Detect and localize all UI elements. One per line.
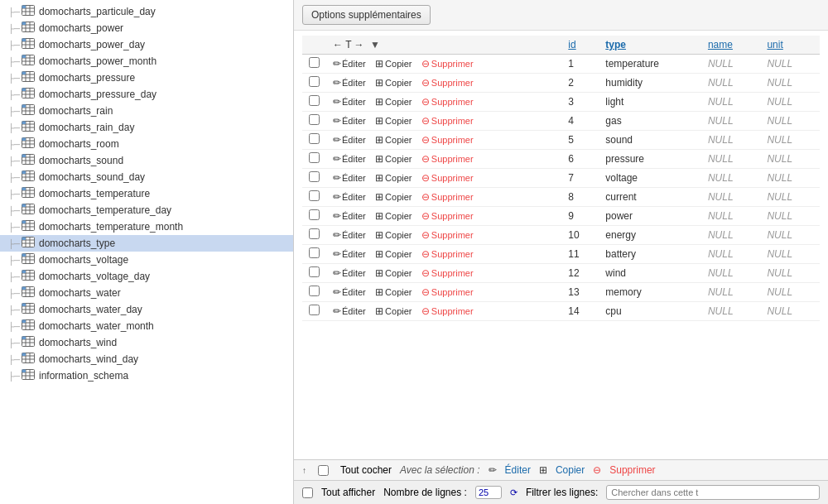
sidebar-item-6[interactable]: ├─ domocharts_rain	[0, 103, 293, 119]
delete-link[interactable]: Supprimer	[431, 173, 474, 183]
row-checkbox[interactable]	[309, 228, 320, 239]
copy-link[interactable]: Copier	[385, 192, 412, 202]
filter-input[interactable]	[606, 485, 820, 500]
sidebar-item-5[interactable]: ├─ domocharts_pressure_day	[0, 86, 293, 103]
sidebar-item-10[interactable]: ├─ domocharts_sound_day	[0, 169, 293, 185]
sidebar-item-0[interactable]: ├─ domocharts_particule_day	[0, 3, 293, 20]
rows-spin-icon[interactable]: ⟳	[510, 487, 518, 498]
sidebar-item-1[interactable]: ├─ domocharts_power	[0, 20, 293, 36]
th-col-controls[interactable]: ← T → ▼	[326, 36, 561, 55]
table-icon	[22, 204, 35, 217]
th-id[interactable]: id	[561, 36, 599, 55]
sidebar-item-17[interactable]: ├─ domocharts_water	[0, 285, 293, 301]
action-delete-link[interactable]: Supprimer	[609, 464, 655, 476]
th-type[interactable]: type	[599, 36, 701, 55]
tout-cocher-label[interactable]: Tout cocher	[340, 464, 392, 476]
sidebar-item-12[interactable]: ├─ domocharts_temperature_day	[0, 202, 293, 218]
edit-link[interactable]: Éditer	[342, 192, 366, 202]
delete-link[interactable]: Supprimer	[431, 249, 474, 259]
sidebar-item-22[interactable]: ├─ information_schema	[0, 367, 293, 384]
edit-link[interactable]: Éditer	[342, 97, 366, 107]
edit-link[interactable]: Éditer	[342, 287, 366, 297]
copy-link[interactable]: Copier	[385, 211, 412, 221]
edit-link[interactable]: Éditer	[342, 249, 366, 259]
tout-afficher-label[interactable]: Tout afficher	[321, 487, 375, 498]
row-checkbox[interactable]	[309, 209, 320, 220]
row-checkbox[interactable]	[309, 305, 320, 315]
th-unit[interactable]: unit	[760, 36, 820, 55]
sidebar-item-7[interactable]: ├─ domocharts_rain_day	[0, 119, 293, 136]
row-checkbox[interactable]	[309, 152, 320, 163]
edit-link[interactable]: Éditer	[342, 173, 366, 183]
copy-link[interactable]: Copier	[385, 173, 412, 183]
edit-link[interactable]: Éditer	[342, 306, 366, 316]
nb-lignes-input[interactable]	[475, 486, 502, 499]
delete-link[interactable]: Supprimer	[431, 192, 474, 202]
row-checkbox[interactable]	[309, 247, 320, 258]
copy-link[interactable]: Copier	[385, 116, 412, 126]
sidebar-item-19[interactable]: ├─ domocharts_water_month	[0, 318, 293, 334]
sidebar-item-20[interactable]: ├─ domocharts_wind	[0, 334, 293, 351]
copy-link[interactable]: Copier	[385, 97, 412, 107]
sort-up-icon[interactable]: ↑	[302, 466, 306, 475]
copy-link[interactable]: Copier	[385, 78, 412, 88]
sidebar-item-4[interactable]: ├─ domocharts_pressure	[0, 70, 293, 86]
sidebar-item-15[interactable]: ├─ domocharts_voltage	[0, 252, 293, 268]
edit-link[interactable]: Éditer	[342, 154, 366, 164]
sidebar-item-16[interactable]: ├─ domocharts_voltage_day	[0, 268, 293, 285]
copy-link[interactable]: Copier	[385, 230, 412, 240]
copy-link[interactable]: Copier	[385, 249, 412, 259]
options-button[interactable]: Options supplémentaires	[302, 5, 431, 25]
row-checkbox[interactable]	[309, 266, 320, 277]
edit-link[interactable]: Éditer	[342, 135, 366, 145]
edit-link[interactable]: Éditer	[342, 230, 366, 240]
row-checkbox[interactable]	[309, 95, 320, 106]
edit-link[interactable]: Éditer	[342, 211, 366, 221]
copy-link[interactable]: Copier	[385, 135, 412, 145]
row-checkbox[interactable]	[309, 114, 320, 125]
row-checkbox[interactable]	[309, 133, 320, 144]
delete-link[interactable]: Supprimer	[431, 116, 474, 126]
row-checkbox[interactable]	[309, 190, 320, 201]
row-checkbox[interactable]	[309, 171, 320, 182]
sidebar-item-21[interactable]: ├─ domocharts_wind_day	[0, 351, 293, 367]
sidebar-item-18[interactable]: ├─ domocharts_water_day	[0, 301, 293, 318]
action-copy-link[interactable]: Copier	[556, 464, 585, 476]
edit-link[interactable]: Éditer	[342, 59, 366, 69]
delete-link[interactable]: Supprimer	[431, 268, 474, 278]
delete-link[interactable]: Supprimer	[431, 154, 474, 164]
col-arrow-right[interactable]: →	[354, 39, 364, 50]
delete-link[interactable]: Supprimer	[431, 230, 474, 240]
copy-link[interactable]: Copier	[385, 287, 412, 297]
delete-link[interactable]: Supprimer	[431, 97, 474, 107]
edit-link[interactable]: Éditer	[342, 78, 366, 88]
sidebar-item-13[interactable]: ├─ domocharts_temperature_month	[0, 218, 293, 235]
delete-link[interactable]: Supprimer	[431, 59, 474, 69]
delete-link[interactable]: Supprimer	[431, 287, 474, 297]
delete-link[interactable]: Supprimer	[431, 306, 474, 316]
row-checkbox[interactable]	[309, 76, 320, 87]
delete-link[interactable]: Supprimer	[431, 211, 474, 221]
sidebar-item-3[interactable]: ├─ domocharts_power_month	[0, 53, 293, 70]
tout-afficher-checkbox[interactable]	[302, 487, 313, 498]
sidebar-item-8[interactable]: ├─ domocharts_room	[0, 136, 293, 152]
delete-link[interactable]: Supprimer	[431, 78, 474, 88]
edit-link[interactable]: Éditer	[342, 268, 366, 278]
th-name[interactable]: name	[701, 36, 761, 55]
copy-link[interactable]: Copier	[385, 268, 412, 278]
row-checkbox[interactable]	[309, 286, 320, 296]
sidebar-item-9[interactable]: ├─ domocharts_sound	[0, 152, 293, 169]
check-all-checkbox[interactable]	[318, 465, 329, 476]
edit-link[interactable]: Éditer	[342, 116, 366, 126]
delete-link[interactable]: Supprimer	[431, 135, 474, 145]
row-checkbox[interactable]	[309, 57, 320, 68]
col-arrow-left[interactable]: ←	[333, 39, 343, 50]
sidebar-item-14[interactable]: ├─ domocharts_type	[0, 235, 293, 252]
action-edit-link[interactable]: Éditer	[505, 464, 531, 476]
sidebar-item-11[interactable]: ├─ domocharts_temperature	[0, 185, 293, 202]
col-filter-icon[interactable]: ▼	[370, 39, 380, 50]
copy-link[interactable]: Copier	[385, 306, 412, 316]
copy-link[interactable]: Copier	[385, 154, 412, 164]
copy-link[interactable]: Copier	[385, 59, 412, 69]
sidebar-item-2[interactable]: ├─ domocharts_power_day	[0, 36, 293, 53]
